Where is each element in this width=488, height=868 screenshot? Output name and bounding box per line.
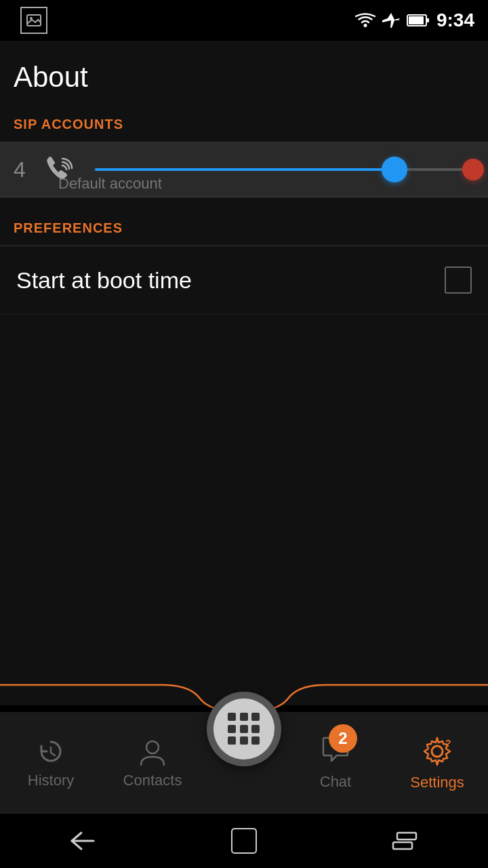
- contacts-label: Contacts: [123, 772, 182, 789]
- preferences-section: PREFERENCES Start at boot time: [0, 211, 488, 315]
- back-icon: [68, 830, 96, 852]
- nav-item-contacts[interactable]: Contacts: [105, 736, 200, 789]
- dial-button-inner: [214, 698, 274, 760]
- slider-thumb-blue[interactable]: [382, 157, 407, 182]
- home-button[interactable]: [231, 828, 257, 854]
- grid-dot: [228, 736, 236, 745]
- grid-dot: [240, 736, 248, 745]
- recents-icon: [392, 830, 420, 852]
- home-icon: [231, 828, 257, 854]
- bottom-nav-container: History Contacts: [0, 678, 488, 814]
- recents-button[interactable]: [392, 830, 420, 852]
- svg-rect-13: [393, 842, 412, 849]
- wifi-icon: [355, 13, 375, 28]
- svg-rect-12: [397, 833, 416, 840]
- page-title: About: [0, 41, 488, 107]
- settings-label: Settings: [410, 774, 464, 791]
- grid-dot: [240, 725, 248, 733]
- grid-dot: [228, 713, 236, 721]
- sip-account-row[interactable]: 4 Default account: [0, 142, 488, 197]
- history-label: History: [28, 772, 74, 789]
- svg-point-9: [432, 746, 443, 757]
- svg-rect-5: [427, 18, 429, 22]
- sip-accounts-header: SIP ACCOUNTS: [0, 107, 488, 142]
- chat-label: Chat: [320, 773, 351, 791]
- system-nav: [0, 814, 488, 868]
- svg-rect-4: [409, 16, 424, 24]
- pref-start-boot[interactable]: Start at boot time: [0, 246, 488, 315]
- airplane-icon: [382, 12, 400, 29]
- svg-line-7: [51, 753, 55, 755]
- svg-point-8: [146, 741, 159, 753]
- pref-label: Start at boot time: [16, 267, 192, 294]
- dialpad-grid-icon: [228, 713, 260, 745]
- image-icon: [20, 7, 47, 34]
- slider-thumb-red[interactable]: [462, 159, 484, 180]
- svg-point-2: [363, 24, 367, 27]
- bottom-nav: History Contacts: [0, 712, 488, 814]
- account-label: Default account: [58, 175, 162, 197]
- chat-badge: 2: [329, 724, 357, 753]
- grid-dot: [251, 725, 260, 733]
- settings-icon: ?: [420, 734, 454, 768]
- status-bar-left: [14, 7, 347, 34]
- nav-item-chat[interactable]: 2 Chat: [288, 735, 383, 791]
- nav-item-history[interactable]: History: [3, 736, 98, 789]
- nav-center: [207, 719, 281, 766]
- svg-text:?: ?: [445, 738, 451, 749]
- preferences-header: PREFERENCES: [0, 211, 488, 246]
- chat-icon-container: 2: [321, 735, 350, 768]
- slider-fill: [95, 168, 399, 171]
- status-time: 9:34: [436, 9, 474, 31]
- account-number: 4: [14, 157, 34, 182]
- grid-dot: [251, 736, 260, 745]
- start-boot-checkbox[interactable]: [445, 267, 472, 294]
- grid-dot: [251, 713, 260, 721]
- content-area: About SIP ACCOUNTS 4: [0, 41, 488, 705]
- slider-track: [95, 168, 474, 171]
- status-bar: 9:34: [0, 0, 488, 41]
- history-icon: [36, 736, 66, 766]
- battery-icon: [407, 14, 430, 27]
- status-icons: 9:34: [355, 9, 474, 31]
- nav-item-settings[interactable]: ? Settings: [390, 734, 485, 791]
- grid-dot: [240, 713, 248, 721]
- contacts-icon: [138, 736, 167, 766]
- grid-dot: [228, 725, 236, 733]
- back-button[interactable]: [68, 830, 96, 852]
- dial-button[interactable]: [207, 692, 281, 766]
